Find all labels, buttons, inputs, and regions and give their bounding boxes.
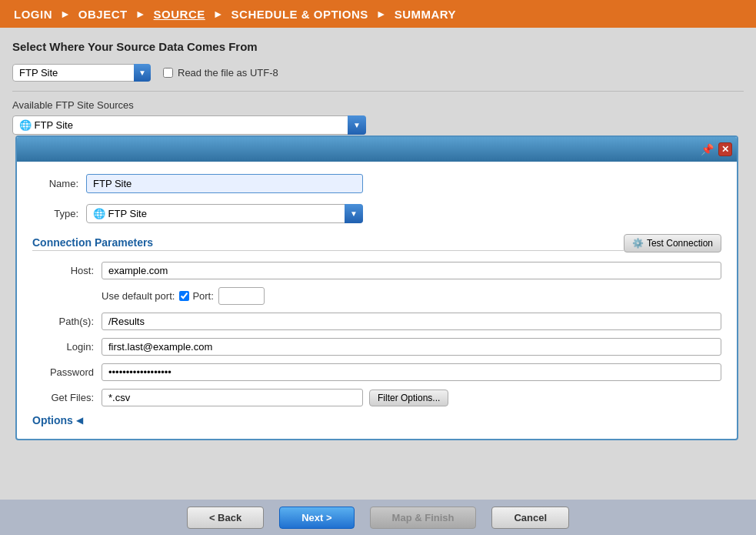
nav-arrow-3: ► (213, 8, 224, 20)
password-field-row: Password (32, 363, 721, 381)
modal-body: Name: Type: 🌐 FTP Site ▼ Connection Para… (17, 162, 737, 439)
filter-options-button[interactable]: Filter Options... (369, 390, 448, 406)
modal-pin-icon[interactable]: 📌 (701, 143, 714, 155)
options-collapse-arrow[interactable]: ◀ (76, 415, 83, 426)
nav-item-source[interactable]: SOURCE (148, 8, 211, 21)
use-default-port-label: Use default port: (102, 290, 175, 302)
port-input[interactable] (218, 287, 265, 305)
available-select-arrow-btn[interactable]: ▼ (348, 115, 366, 135)
map-finish-button[interactable]: Map & Finish (370, 507, 477, 529)
login-input[interactable] (102, 338, 721, 356)
type-field-row: Type: 🌐 FTP Site ▼ (32, 204, 721, 223)
conn-params-title: Connection Parameters (32, 236, 624, 251)
back-button[interactable]: < Back (187, 507, 264, 529)
paths-input[interactable] (102, 313, 721, 330)
password-label: Password (32, 366, 94, 378)
source-type-select-arrow[interactable]: ▼ (134, 64, 151, 82)
paths-field-row: Path(s): (32, 313, 721, 330)
nav-item-schedule[interactable]: SCHEDULE & OPTIONS (225, 8, 375, 21)
get-files-label: Get Files: (32, 392, 94, 403)
nav-item-summary[interactable]: SUMMARY (388, 8, 462, 21)
host-field-row: Host: (32, 262, 721, 279)
ftp-config-modal: 📌 ✕ Name: Type: 🌐 FTP Site ▼ (15, 135, 738, 440)
password-input[interactable] (102, 363, 721, 381)
test-connection-button[interactable]: ⚙️ Test Connection (624, 234, 721, 252)
modal-close-button[interactable]: ✕ (718, 142, 732, 156)
main-content: Select Where Your Source Data Comes From… (0, 28, 756, 500)
port-row: Use default port: Port: (32, 287, 721, 305)
modal-header: 📌 ✕ (17, 137, 737, 162)
use-default-port-checkbox[interactable] (179, 291, 189, 301)
type-select[interactable]: 🌐 FTP Site (86, 204, 363, 223)
test-conn-icon: ⚙️ (632, 238, 644, 249)
nav-arrow-1: ► (60, 8, 71, 20)
paths-label: Path(s): (32, 316, 94, 327)
top-navigation: LOGIN ► OBJECT ► SOURCE ► SCHEDULE & OPT… (0, 0, 756, 28)
utf8-label: Read the file as UTF-8 (178, 67, 278, 79)
source-type-select-wrapper: FTP Site Local File HTTP Database ▼ (12, 64, 151, 82)
utf8-checkbox[interactable] (163, 68, 173, 78)
page-title: Select Where Your Source Data Comes From (12, 40, 744, 53)
host-label: Host: (32, 265, 94, 276)
nav-item-object[interactable]: OBJECT (72, 8, 134, 21)
get-files-row: Get Files: Filter Options... (32, 389, 721, 406)
conn-params-header: Connection Parameters ⚙️ Test Connection (32, 234, 721, 252)
login-label: Login: (32, 341, 94, 353)
divider-1 (12, 91, 744, 92)
nav-item-login[interactable]: LOGIN (8, 8, 58, 21)
available-sources-select[interactable]: 🌐 FTP Site (12, 115, 366, 135)
utf8-checkbox-row: Read the file as UTF-8 (163, 67, 278, 79)
footer: < Back Next > Map & Finish Cancel (0, 500, 756, 535)
get-files-input[interactable] (102, 389, 363, 406)
source-type-select[interactable]: FTP Site Local File HTTP Database (12, 64, 151, 82)
next-button[interactable]: Next > (279, 507, 354, 529)
source-type-row: FTP Site Local File HTTP Database ▼ Read… (12, 64, 744, 82)
test-conn-label: Test Connection (647, 238, 713, 249)
cancel-button[interactable]: Cancel (491, 507, 569, 529)
available-select-wrapper: 🌐 FTP Site ▼ (12, 115, 366, 135)
port-label-text: Port: (192, 290, 213, 302)
name-field-row: Name: (32, 174, 721, 193)
login-field-row: Login: (32, 338, 721, 356)
available-sources-label: Available FTP Site Sources (12, 99, 744, 111)
type-label: Type: (32, 208, 78, 219)
options-section: Options ◀ (32, 414, 721, 426)
name-input[interactable] (86, 174, 363, 193)
options-title[interactable]: Options (32, 414, 73, 426)
name-label: Name: (32, 178, 78, 189)
host-input[interactable] (102, 262, 721, 279)
type-select-wrapper: 🌐 FTP Site ▼ (86, 204, 363, 223)
nav-arrow-4: ► (376, 8, 387, 20)
type-select-arrow-btn[interactable]: ▼ (345, 204, 363, 223)
nav-arrow-2: ► (135, 8, 146, 20)
